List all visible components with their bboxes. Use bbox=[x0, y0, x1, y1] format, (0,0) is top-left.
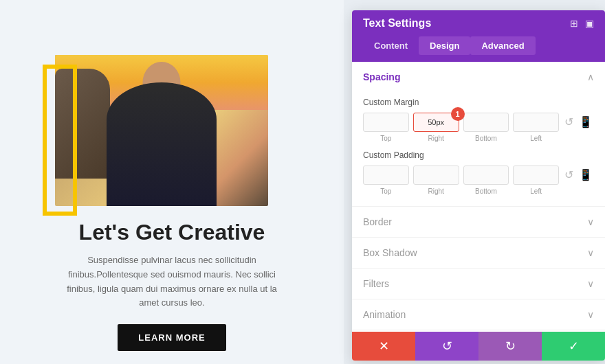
panel-header: Text Settings ⊞ ▣ bbox=[352, 10, 605, 36]
card-image bbox=[55, 55, 268, 206]
learn-more-button[interactable]: LEARN MORE bbox=[118, 324, 226, 351]
spacing-title: Spacing bbox=[363, 71, 400, 82]
padding-bottom-label: Bottom bbox=[475, 187, 497, 195]
margin-top-label: Top bbox=[380, 135, 391, 142]
border-arrow-icon: ∨ bbox=[587, 216, 594, 227]
padding-bottom-input[interactable] bbox=[463, 166, 509, 185]
expand-icon[interactable]: ▣ bbox=[585, 18, 594, 29]
tab-content[interactable]: Content bbox=[363, 36, 419, 55]
custom-padding-label: Custom Padding bbox=[363, 150, 594, 160]
tab-advanced[interactable]: Advanced bbox=[470, 36, 535, 55]
panel-body: Spacing ∧ Custom Margin Top bbox=[352, 62, 605, 332]
margin-right-group: 1 Right bbox=[413, 113, 459, 142]
custom-margin-label: Custom Margin bbox=[363, 98, 594, 107]
margin-bottom-label: Bottom bbox=[475, 135, 497, 142]
padding-inputs: Top Right Bottom Left bbox=[363, 166, 559, 195]
margin-device-button[interactable]: 📱 bbox=[578, 114, 594, 130]
box-shadow-section: Box Shadow ∨ bbox=[352, 238, 605, 269]
card-description: Suspendisse pulvinar lacus nec sollicitu… bbox=[62, 253, 282, 310]
animation-title: Animation bbox=[363, 309, 406, 320]
cancel-button[interactable]: ✕ bbox=[352, 332, 415, 361]
filters-section-header[interactable]: Filters ∨ bbox=[352, 269, 605, 299]
filters-arrow-icon: ∨ bbox=[587, 278, 594, 289]
spacing-section-header[interactable]: Spacing ∧ bbox=[352, 62, 605, 92]
preview-area: Let's Get Creative Suspendisse pulvinar … bbox=[0, 0, 344, 364]
border-section: Border ∨ bbox=[352, 207, 605, 238]
tab-design[interactable]: Design bbox=[419, 36, 470, 55]
spacing-section: Spacing ∧ Custom Margin Top bbox=[352, 62, 605, 207]
action-bar: ✕ ↺ ↻ ✓ bbox=[352, 332, 605, 361]
padding-right-label: Right bbox=[428, 187, 443, 195]
margin-right-label: Right bbox=[428, 135, 443, 142]
margin-controls: ↺ 📱 bbox=[563, 113, 594, 130]
margin-left-label: Left bbox=[530, 135, 542, 142]
reset-button[interactable]: ↺ bbox=[415, 332, 478, 361]
save-button[interactable]: ✓ bbox=[542, 332, 605, 361]
padding-row: Top Right Bottom Left bbox=[363, 166, 594, 195]
margin-inputs: Top 1 Right Bottom bbox=[363, 113, 559, 142]
animation-section: Animation ∨ bbox=[352, 299, 605, 330]
filters-section: Filters ∨ bbox=[352, 269, 605, 299]
panel-tabs: Content Design Advanced bbox=[352, 36, 605, 62]
card-title: Let's Get Creative bbox=[62, 220, 282, 245]
padding-top-label: Top bbox=[380, 187, 391, 195]
margin-top-group: Top bbox=[363, 113, 409, 142]
card-container: Let's Get Creative Suspendisse pulvinar … bbox=[55, 55, 289, 358]
padding-left-label: Left bbox=[530, 187, 542, 195]
padding-right-group: Right bbox=[413, 166, 459, 195]
padding-top-group: Top bbox=[363, 166, 409, 195]
padding-reset-button[interactable]: ↺ bbox=[563, 167, 575, 183]
header-icons: ⊞ ▣ bbox=[570, 18, 594, 29]
filters-title: Filters bbox=[363, 278, 389, 289]
redo-button[interactable]: ↻ bbox=[478, 332, 542, 361]
padding-top-input[interactable] bbox=[363, 166, 409, 185]
margin-left-group: Left bbox=[513, 113, 559, 142]
settings-panel: Text Settings ⊞ ▣ Content Design Advance… bbox=[352, 10, 605, 361]
border-title: Border bbox=[363, 216, 392, 227]
target-icon[interactable]: ⊞ bbox=[570, 18, 578, 29]
padding-controls: ↺ 📱 bbox=[563, 166, 594, 183]
spacing-content: Custom Margin Top 1 Right bbox=[352, 92, 605, 206]
padding-right-input[interactable] bbox=[413, 166, 459, 185]
margin-top-input[interactable] bbox=[363, 113, 409, 132]
padding-bottom-group: Bottom bbox=[463, 166, 509, 195]
box-shadow-arrow-icon: ∨ bbox=[587, 247, 594, 258]
yellow-border-decoration bbox=[43, 65, 77, 216]
margin-bottom-group: Bottom bbox=[463, 113, 509, 142]
padding-left-input[interactable] bbox=[513, 166, 559, 185]
margin-reset-button[interactable]: ↺ bbox=[563, 114, 575, 130]
border-section-header[interactable]: Border ∨ bbox=[352, 207, 605, 237]
margin-left-input[interactable] bbox=[513, 113, 559, 132]
panel-title: Text Settings bbox=[363, 17, 431, 30]
animation-arrow-icon: ∨ bbox=[587, 309, 594, 320]
box-shadow-section-header[interactable]: Box Shadow ∨ bbox=[352, 238, 605, 268]
margin-bottom-input[interactable] bbox=[463, 113, 509, 132]
margin-row: Top 1 Right Bottom bbox=[363, 113, 594, 142]
person-body bbox=[107, 82, 217, 206]
badge-1: 1 bbox=[451, 107, 465, 121]
padding-left-group: Left bbox=[513, 166, 559, 195]
box-shadow-title: Box Shadow bbox=[363, 247, 417, 258]
padding-device-button[interactable]: 📱 bbox=[578, 167, 594, 183]
animation-section-header[interactable]: Animation ∨ bbox=[352, 299, 605, 330]
spacing-arrow-icon: ∧ bbox=[587, 71, 594, 82]
card-text: Let's Get Creative Suspendisse pulvinar … bbox=[55, 206, 289, 358]
